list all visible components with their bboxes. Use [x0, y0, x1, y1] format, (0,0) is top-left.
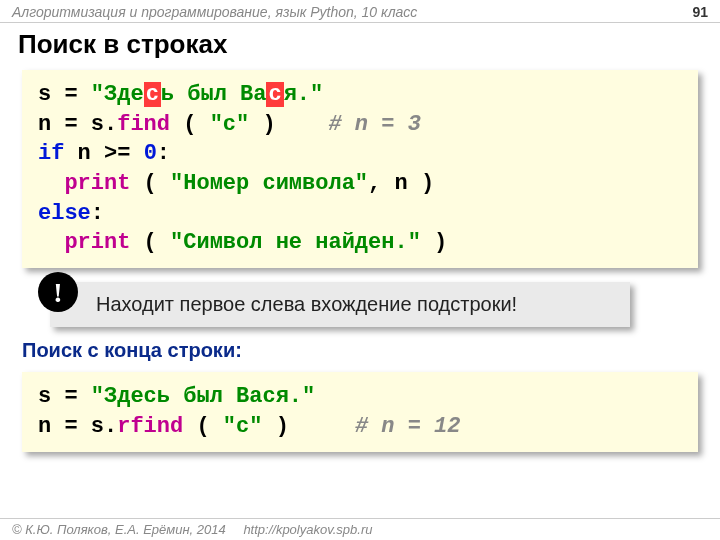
slide-header: Алгоритмизация и программирование, язык … [0, 0, 720, 23]
footer-link[interactable]: http://kpolyakov.spb.ru [243, 522, 372, 537]
course-name: Алгоритмизация и программирование, язык … [12, 4, 417, 20]
info-callout: ! Находит первое слева вхождение подстро… [50, 282, 630, 327]
subtitle: Поиск с конца строки: [0, 339, 720, 372]
exclamation-icon: ! [38, 272, 78, 312]
info-text: Находит первое слева вхождение подстроки… [96, 293, 517, 315]
code-block-rfind: s = "Здесь был Вася." n = s.rfind ( "с" … [22, 372, 698, 451]
page-number: 91 [692, 4, 708, 20]
code-block-find: s = "Здесь был Вася." n = s.find ( "с" )… [22, 70, 698, 268]
slide-title: Поиск в строках [0, 23, 720, 70]
slide-footer: © К.Ю. Поляков, Е.А. Ерёмин, 2014 http:/… [0, 518, 720, 540]
copyright: © К.Ю. Поляков, Е.А. Ерёмин, 2014 [12, 522, 226, 537]
